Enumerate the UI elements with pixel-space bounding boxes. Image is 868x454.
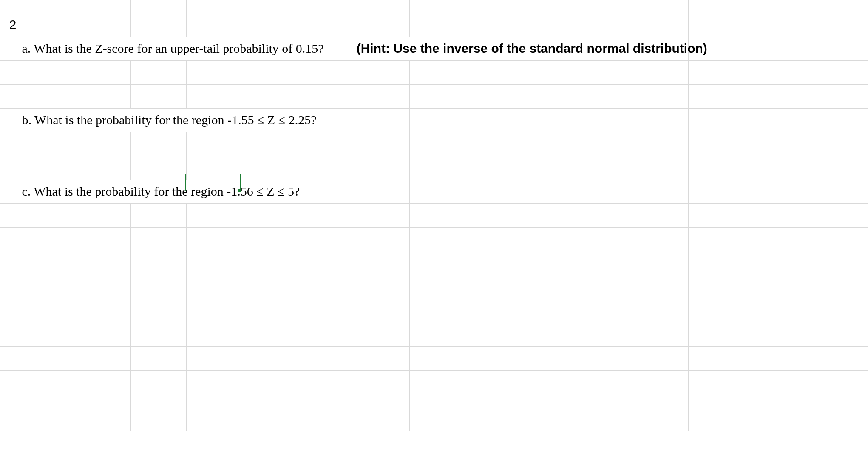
cell[interactable] <box>465 156 521 180</box>
cell[interactable] <box>689 323 744 346</box>
cell[interactable] <box>130 418 186 431</box>
cell[interactable] <box>75 227 130 251</box>
cell[interactable] <box>242 0 298 13</box>
cell[interactable] <box>744 203 800 227</box>
cell[interactable] <box>130 0 186 13</box>
cell[interactable] <box>689 394 744 418</box>
cell[interactable] <box>298 323 354 346</box>
cell[interactable] <box>800 108 856 132</box>
cell[interactable] <box>298 251 354 275</box>
cell[interactable] <box>0 180 19 203</box>
cell[interactable] <box>354 323 409 346</box>
cell[interactable] <box>19 275 75 299</box>
cell[interactable] <box>298 394 354 418</box>
cell[interactable] <box>633 156 688 180</box>
cell[interactable] <box>187 418 242 431</box>
cell[interactable] <box>354 180 409 203</box>
cell[interactable] <box>744 156 800 180</box>
cell[interactable] <box>409 203 465 227</box>
cell[interactable] <box>800 275 856 299</box>
cell[interactable] <box>242 418 298 431</box>
cell[interactable] <box>521 203 577 227</box>
cell[interactable] <box>298 132 354 156</box>
cell[interactable] <box>409 60 465 84</box>
cell[interactable] <box>465 370 521 394</box>
cell[interactable] <box>856 370 868 394</box>
cell[interactable] <box>856 108 868 132</box>
cell[interactable] <box>744 346 800 370</box>
cell[interactable] <box>130 323 186 346</box>
spreadsheet-grid[interactable]: 2 a. What is the Z-score for an upper-ta… <box>0 0 868 431</box>
cell[interactable] <box>577 370 633 394</box>
cell[interactable] <box>19 299 75 323</box>
cell[interactable] <box>577 203 633 227</box>
cell[interactable] <box>187 132 242 156</box>
cell[interactable] <box>800 394 856 418</box>
cell[interactable] <box>521 84 577 108</box>
cell[interactable] <box>354 346 409 370</box>
cell[interactable] <box>0 84 19 108</box>
cell[interactable] <box>465 132 521 156</box>
cell[interactable] <box>0 251 19 275</box>
cell[interactable] <box>800 251 856 275</box>
cell[interactable] <box>521 275 577 299</box>
cell[interactable] <box>577 394 633 418</box>
cell[interactable] <box>130 60 186 84</box>
cell[interactable] <box>800 418 856 431</box>
cell[interactable] <box>19 156 75 180</box>
cell[interactable] <box>465 323 521 346</box>
cell[interactable] <box>75 370 130 394</box>
cell[interactable] <box>800 227 856 251</box>
cell[interactable] <box>800 346 856 370</box>
cell[interactable] <box>19 132 75 156</box>
cell[interactable] <box>744 299 800 323</box>
cell[interactable] <box>75 346 130 370</box>
cell[interactable] <box>75 60 130 84</box>
cell[interactable] <box>409 394 465 418</box>
cell[interactable] <box>856 227 868 251</box>
cell[interactable] <box>19 13 75 37</box>
cell[interactable] <box>689 251 744 275</box>
cell[interactable] <box>0 60 19 84</box>
cell[interactable] <box>298 156 354 180</box>
cell[interactable] <box>800 180 856 203</box>
cell[interactable] <box>800 37 856 60</box>
cell[interactable] <box>633 418 688 431</box>
cell[interactable] <box>409 370 465 394</box>
hint-cell[interactable]: (Hint: Use the inverse of the standard n… <box>354 37 633 60</box>
cell[interactable] <box>19 0 75 13</box>
cell[interactable] <box>577 84 633 108</box>
cell[interactable] <box>0 0 19 13</box>
cell[interactable] <box>0 37 19 60</box>
cell[interactable] <box>689 346 744 370</box>
cell[interactable] <box>577 251 633 275</box>
cell[interactable] <box>577 418 633 431</box>
cell[interactable] <box>521 156 577 180</box>
question-b-cell[interactable]: b. What is the probability for the regio… <box>19 108 354 132</box>
cell[interactable] <box>409 275 465 299</box>
cell[interactable] <box>465 346 521 370</box>
cell[interactable] <box>19 227 75 251</box>
cell[interactable] <box>744 13 800 37</box>
cell[interactable] <box>465 108 521 132</box>
cell[interactable] <box>242 227 298 251</box>
cell[interactable] <box>0 203 19 227</box>
cell[interactable] <box>298 203 354 227</box>
cell[interactable] <box>75 156 130 180</box>
cell[interactable] <box>19 346 75 370</box>
cell[interactable] <box>577 13 633 37</box>
cell[interactable] <box>75 203 130 227</box>
cell[interactable] <box>800 60 856 84</box>
cell[interactable] <box>633 275 688 299</box>
cell[interactable] <box>298 346 354 370</box>
cell[interactable] <box>75 84 130 108</box>
cell[interactable] <box>521 346 577 370</box>
cell[interactable] <box>19 84 75 108</box>
cell[interactable] <box>242 346 298 370</box>
cell[interactable] <box>521 13 577 37</box>
cell[interactable] <box>800 156 856 180</box>
cell[interactable] <box>409 156 465 180</box>
cell[interactable] <box>577 108 633 132</box>
cell[interactable] <box>577 60 633 84</box>
cell[interactable] <box>744 0 800 13</box>
